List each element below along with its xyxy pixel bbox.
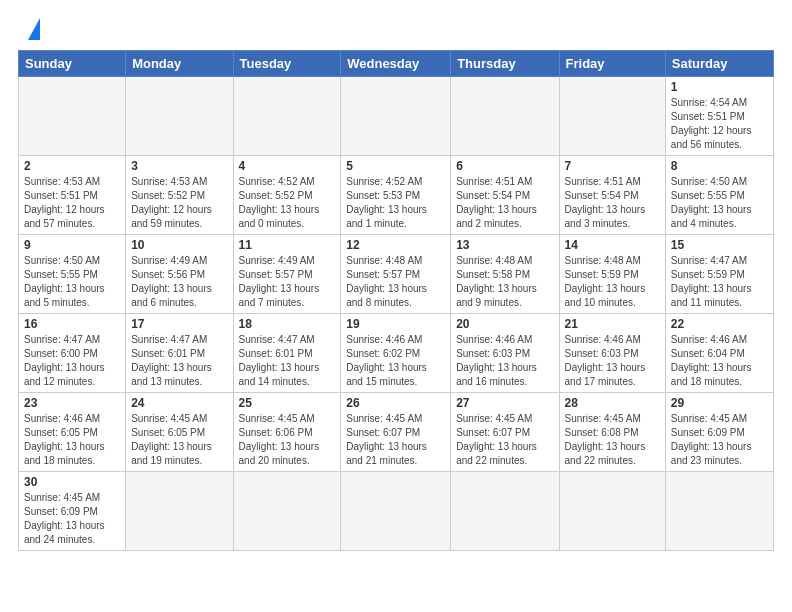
calendar-cell	[451, 472, 559, 551]
day-number: 11	[239, 238, 336, 252]
day-info: Sunrise: 4:46 AM Sunset: 6:02 PM Dayligh…	[346, 333, 445, 389]
calendar-cell: 12Sunrise: 4:48 AM Sunset: 5:57 PM Dayli…	[341, 235, 451, 314]
calendar-cell: 3Sunrise: 4:53 AM Sunset: 5:52 PM Daylig…	[126, 156, 233, 235]
day-number: 6	[456, 159, 553, 173]
day-number: 29	[671, 396, 768, 410]
calendar-cell	[665, 472, 773, 551]
calendar-cell: 13Sunrise: 4:48 AM Sunset: 5:58 PM Dayli…	[451, 235, 559, 314]
day-number: 8	[671, 159, 768, 173]
calendar-cell	[341, 77, 451, 156]
header	[18, 18, 774, 40]
day-info: Sunrise: 4:45 AM Sunset: 6:09 PM Dayligh…	[24, 491, 120, 547]
day-number: 30	[24, 475, 120, 489]
day-info: Sunrise: 4:46 AM Sunset: 6:04 PM Dayligh…	[671, 333, 768, 389]
day-info: Sunrise: 4:47 AM Sunset: 6:00 PM Dayligh…	[24, 333, 120, 389]
day-number: 24	[131, 396, 227, 410]
day-number: 21	[565, 317, 660, 331]
calendar-cell: 25Sunrise: 4:45 AM Sunset: 6:06 PM Dayli…	[233, 393, 341, 472]
day-info: Sunrise: 4:48 AM Sunset: 5:58 PM Dayligh…	[456, 254, 553, 310]
calendar-cell: 18Sunrise: 4:47 AM Sunset: 6:01 PM Dayli…	[233, 314, 341, 393]
day-number: 3	[131, 159, 227, 173]
day-info: Sunrise: 4:49 AM Sunset: 5:57 PM Dayligh…	[239, 254, 336, 310]
day-number: 7	[565, 159, 660, 173]
calendar-cell	[233, 472, 341, 551]
calendar-cell: 29Sunrise: 4:45 AM Sunset: 6:09 PM Dayli…	[665, 393, 773, 472]
day-info: Sunrise: 4:45 AM Sunset: 6:09 PM Dayligh…	[671, 412, 768, 468]
week-row-2: 2Sunrise: 4:53 AM Sunset: 5:51 PM Daylig…	[19, 156, 774, 235]
calendar-table: SundayMondayTuesdayWednesdayThursdayFrid…	[18, 50, 774, 551]
day-number: 5	[346, 159, 445, 173]
day-info: Sunrise: 4:47 AM Sunset: 6:01 PM Dayligh…	[239, 333, 336, 389]
day-number: 10	[131, 238, 227, 252]
calendar-body: 1Sunrise: 4:54 AM Sunset: 5:51 PM Daylig…	[19, 77, 774, 551]
day-info: Sunrise: 4:52 AM Sunset: 5:53 PM Dayligh…	[346, 175, 445, 231]
calendar-cell: 4Sunrise: 4:52 AM Sunset: 5:52 PM Daylig…	[233, 156, 341, 235]
calendar-cell: 10Sunrise: 4:49 AM Sunset: 5:56 PM Dayli…	[126, 235, 233, 314]
day-info: Sunrise: 4:50 AM Sunset: 5:55 PM Dayligh…	[671, 175, 768, 231]
calendar-cell: 30Sunrise: 4:45 AM Sunset: 6:09 PM Dayli…	[19, 472, 126, 551]
day-info: Sunrise: 4:51 AM Sunset: 5:54 PM Dayligh…	[456, 175, 553, 231]
logo-area	[18, 18, 40, 40]
calendar-cell	[341, 472, 451, 551]
day-number: 20	[456, 317, 553, 331]
day-info: Sunrise: 4:46 AM Sunset: 6:05 PM Dayligh…	[24, 412, 120, 468]
day-number: 15	[671, 238, 768, 252]
weekday-header-sunday: Sunday	[19, 51, 126, 77]
weekday-header-saturday: Saturday	[665, 51, 773, 77]
day-number: 19	[346, 317, 445, 331]
day-number: 26	[346, 396, 445, 410]
weekday-header-thursday: Thursday	[451, 51, 559, 77]
day-number: 25	[239, 396, 336, 410]
day-number: 22	[671, 317, 768, 331]
day-info: Sunrise: 4:51 AM Sunset: 5:54 PM Dayligh…	[565, 175, 660, 231]
day-number: 2	[24, 159, 120, 173]
calendar-header: SundayMondayTuesdayWednesdayThursdayFrid…	[19, 51, 774, 77]
day-number: 1	[671, 80, 768, 94]
calendar-cell: 27Sunrise: 4:45 AM Sunset: 6:07 PM Dayli…	[451, 393, 559, 472]
day-info: Sunrise: 4:52 AM Sunset: 5:52 PM Dayligh…	[239, 175, 336, 231]
day-info: Sunrise: 4:50 AM Sunset: 5:55 PM Dayligh…	[24, 254, 120, 310]
calendar-cell	[126, 472, 233, 551]
calendar-cell: 7Sunrise: 4:51 AM Sunset: 5:54 PM Daylig…	[559, 156, 665, 235]
calendar-cell	[233, 77, 341, 156]
calendar-cell: 14Sunrise: 4:48 AM Sunset: 5:59 PM Dayli…	[559, 235, 665, 314]
calendar-cell	[126, 77, 233, 156]
week-row-5: 23Sunrise: 4:46 AM Sunset: 6:05 PM Dayli…	[19, 393, 774, 472]
day-info: Sunrise: 4:48 AM Sunset: 5:59 PM Dayligh…	[565, 254, 660, 310]
calendar-cell	[19, 77, 126, 156]
calendar-cell: 28Sunrise: 4:45 AM Sunset: 6:08 PM Dayli…	[559, 393, 665, 472]
calendar-cell: 8Sunrise: 4:50 AM Sunset: 5:55 PM Daylig…	[665, 156, 773, 235]
week-row-6: 30Sunrise: 4:45 AM Sunset: 6:09 PM Dayli…	[19, 472, 774, 551]
week-row-3: 9Sunrise: 4:50 AM Sunset: 5:55 PM Daylig…	[19, 235, 774, 314]
calendar-cell: 19Sunrise: 4:46 AM Sunset: 6:02 PM Dayli…	[341, 314, 451, 393]
day-info: Sunrise: 4:49 AM Sunset: 5:56 PM Dayligh…	[131, 254, 227, 310]
day-number: 27	[456, 396, 553, 410]
weekday-row: SundayMondayTuesdayWednesdayThursdayFrid…	[19, 51, 774, 77]
page: SundayMondayTuesdayWednesdayThursdayFrid…	[0, 0, 792, 561]
calendar-cell: 5Sunrise: 4:52 AM Sunset: 5:53 PM Daylig…	[341, 156, 451, 235]
day-info: Sunrise: 4:46 AM Sunset: 6:03 PM Dayligh…	[456, 333, 553, 389]
weekday-header-friday: Friday	[559, 51, 665, 77]
day-info: Sunrise: 4:45 AM Sunset: 6:07 PM Dayligh…	[456, 412, 553, 468]
day-number: 4	[239, 159, 336, 173]
day-info: Sunrise: 4:53 AM Sunset: 5:52 PM Dayligh…	[131, 175, 227, 231]
day-info: Sunrise: 4:45 AM Sunset: 6:07 PM Dayligh…	[346, 412, 445, 468]
day-number: 16	[24, 317, 120, 331]
weekday-header-wednesday: Wednesday	[341, 51, 451, 77]
day-number: 12	[346, 238, 445, 252]
calendar-cell: 2Sunrise: 4:53 AM Sunset: 5:51 PM Daylig…	[19, 156, 126, 235]
day-info: Sunrise: 4:45 AM Sunset: 6:06 PM Dayligh…	[239, 412, 336, 468]
week-row-4: 16Sunrise: 4:47 AM Sunset: 6:00 PM Dayli…	[19, 314, 774, 393]
calendar-cell: 23Sunrise: 4:46 AM Sunset: 6:05 PM Dayli…	[19, 393, 126, 472]
calendar-cell: 11Sunrise: 4:49 AM Sunset: 5:57 PM Dayli…	[233, 235, 341, 314]
calendar-cell: 9Sunrise: 4:50 AM Sunset: 5:55 PM Daylig…	[19, 235, 126, 314]
calendar-cell: 24Sunrise: 4:45 AM Sunset: 6:05 PM Dayli…	[126, 393, 233, 472]
calendar-cell: 26Sunrise: 4:45 AM Sunset: 6:07 PM Dayli…	[341, 393, 451, 472]
logo	[18, 18, 40, 40]
calendar-cell: 20Sunrise: 4:46 AM Sunset: 6:03 PM Dayli…	[451, 314, 559, 393]
day-info: Sunrise: 4:47 AM Sunset: 6:01 PM Dayligh…	[131, 333, 227, 389]
day-info: Sunrise: 4:45 AM Sunset: 6:05 PM Dayligh…	[131, 412, 227, 468]
day-number: 17	[131, 317, 227, 331]
day-info: Sunrise: 4:47 AM Sunset: 5:59 PM Dayligh…	[671, 254, 768, 310]
day-info: Sunrise: 4:48 AM Sunset: 5:57 PM Dayligh…	[346, 254, 445, 310]
